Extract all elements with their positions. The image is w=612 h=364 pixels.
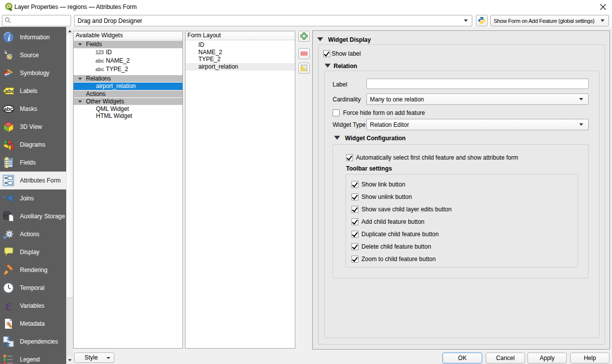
svg-text:i: i (8, 33, 10, 43)
svg-text:ε: ε (5, 300, 12, 312)
svg-text:abc: abc (5, 88, 14, 94)
svg-text:abc: abc (4, 106, 13, 112)
